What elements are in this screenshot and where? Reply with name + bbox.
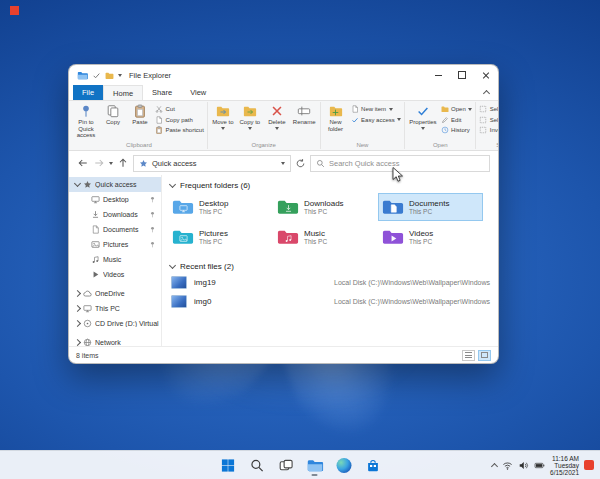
folder-tile-downloads[interactable]: Downloads This PC	[273, 193, 378, 221]
paste-shortcut-button[interactable]: Paste shortcut	[155, 126, 204, 134]
copy-button[interactable]: Copy	[100, 102, 126, 126]
details-view-button[interactable]	[462, 350, 475, 361]
sidebar-item-videos[interactable]: Videos	[69, 267, 161, 282]
large-icons-view-button[interactable]	[478, 350, 491, 361]
select-all-label: Select all	[490, 106, 498, 112]
back-icon[interactable]	[77, 157, 89, 169]
folder-location: This PC	[199, 208, 228, 216]
paste-button[interactable]: Paste	[127, 102, 153, 126]
chevron-right-icon[interactable]	[74, 320, 81, 327]
tab-share[interactable]: Share	[143, 85, 181, 100]
folder-tile-desktop[interactable]: Desktop This PC	[168, 193, 273, 221]
new-folder-label: New folder	[325, 119, 347, 132]
windows-logo-icon	[220, 458, 235, 473]
network-icon	[83, 338, 92, 346]
mouse-cursor	[392, 167, 403, 183]
new-item-button[interactable]: New item	[351, 105, 402, 113]
search-input[interactable]	[329, 159, 484, 168]
clock[interactable]: 11:16 AM Tuesday 6/15/2021	[550, 455, 579, 476]
collapse-section-icon[interactable]	[169, 261, 176, 268]
paste-shortcut-label: Paste shortcut	[166, 127, 204, 133]
recent-file-row[interactable]: img19 Local Disk (C:)\Windows\Web\Wallpa…	[168, 273, 492, 292]
sidebar-item-this-pc[interactable]: This PC	[69, 301, 161, 316]
address-dropdown-icon[interactable]	[281, 162, 285, 165]
file-explorer-icon	[306, 457, 323, 474]
chevron-right-icon[interactable]	[74, 339, 81, 346]
history-button[interactable]: History	[441, 126, 473, 134]
collapse-section-icon[interactable]	[169, 180, 176, 187]
download-arrow-icon	[284, 204, 293, 213]
edge-button[interactable]	[333, 454, 355, 476]
tab-file[interactable]: File	[73, 85, 103, 100]
recent-locations-icon[interactable]	[109, 162, 113, 165]
delete-button[interactable]: Delete	[264, 102, 290, 130]
folder-tile-documents[interactable]: Documents This PC	[378, 193, 483, 221]
edit-button[interactable]: Edit	[441, 116, 473, 124]
copy-path-icon	[155, 116, 163, 124]
maximize-button[interactable]	[450, 65, 474, 85]
recent-files-header[interactable]: Recent files (2)	[168, 259, 492, 273]
tab-home[interactable]: Home	[103, 85, 143, 100]
refresh-icon[interactable]	[295, 158, 306, 169]
qat-properties-icon[interactable]	[92, 71, 101, 80]
chevron-down-icon[interactable]	[74, 180, 81, 187]
file-explorer-button[interactable]	[304, 454, 326, 476]
tray-expand-icon[interactable]	[491, 462, 498, 469]
videos-icon	[91, 270, 100, 279]
volume-icon[interactable]	[518, 460, 529, 471]
sidebar-item-downloads[interactable]: Downloads	[69, 207, 161, 222]
new-folder-button[interactable]: New folder	[323, 102, 349, 132]
frequent-folders-header[interactable]: Frequent folders (6)	[168, 178, 492, 192]
start-button[interactable]	[217, 454, 239, 476]
battery-icon[interactable]	[534, 460, 545, 471]
open-button[interactable]: Open	[441, 105, 473, 113]
task-view-button[interactable]	[275, 454, 297, 476]
sidebar-item-cd-drive[interactable]: CD Drive (D:) Virtual	[69, 316, 161, 331]
sidebar-item-desktop[interactable]: Desktop	[69, 192, 161, 207]
cut-button[interactable]: Cut	[155, 105, 204, 113]
up-icon[interactable]	[117, 157, 129, 169]
recent-file-row[interactable]: img0 Local Disk (C:)\Windows\Web\Wallpap…	[168, 292, 492, 311]
title-bar[interactable]: File Explorer	[69, 65, 498, 85]
easy-access-button[interactable]: Easy access	[351, 116, 402, 124]
sidebar-item-documents[interactable]: Documents	[69, 222, 161, 237]
collapse-ribbon-icon[interactable]	[483, 90, 490, 97]
sidebar-item-pictures[interactable]: Pictures	[69, 237, 161, 252]
recording-marker	[10, 6, 19, 15]
notification-badge[interactable]	[584, 460, 594, 470]
rename-button[interactable]: Rename	[291, 102, 318, 126]
sidebar-item-label: CD Drive (D:) Virtual	[95, 320, 161, 327]
search-button[interactable]	[246, 454, 268, 476]
properties-button[interactable]: Properties	[407, 102, 438, 130]
select-all-button[interactable]: Select all	[479, 105, 498, 113]
sidebar-item-label: OneDrive	[95, 290, 161, 297]
move-to-button[interactable]: Move to	[210, 102, 236, 130]
folder-tile-videos[interactable]: Videos This PC	[378, 223, 483, 251]
sidebar-item-network[interactable]: Network	[69, 335, 161, 346]
select-none-button[interactable]: Select none	[479, 116, 498, 124]
minimize-button[interactable]	[426, 65, 450, 85]
sidebar-item-music[interactable]: Music	[69, 252, 161, 267]
sidebar-item-onedrive[interactable]: OneDrive	[69, 286, 161, 301]
invert-selection-button[interactable]: Invert selection	[479, 126, 498, 134]
close-button[interactable]	[474, 65, 498, 85]
chevron-right-icon[interactable]	[74, 290, 81, 297]
this-pc-icon	[83, 304, 92, 313]
forward-icon[interactable]	[93, 157, 105, 169]
store-button[interactable]	[362, 454, 384, 476]
chevron-right-icon[interactable]	[74, 305, 81, 312]
address-breadcrumb[interactable]: Quick access	[133, 155, 291, 172]
pin-to-quick-access-button[interactable]: Pin to Quick access	[73, 102, 99, 139]
qat-customize-icon[interactable]	[118, 74, 122, 77]
copy-path-button[interactable]: Copy path	[155, 116, 204, 124]
copy-to-button[interactable]: Copy to	[237, 102, 263, 130]
sidebar-item-quick-access[interactable]: Quick access	[69, 177, 161, 192]
pinned-icon	[149, 196, 156, 203]
folder-tile-music[interactable]: Music This PC	[273, 223, 378, 251]
status-bar: 8 items	[69, 346, 498, 363]
folder-tile-pictures[interactable]: Pictures This PC	[168, 223, 273, 251]
qat-new-folder-icon[interactable]	[105, 71, 114, 80]
wifi-icon[interactable]	[502, 460, 513, 471]
tab-view[interactable]: View	[181, 85, 215, 100]
list-view-icon	[465, 352, 472, 358]
